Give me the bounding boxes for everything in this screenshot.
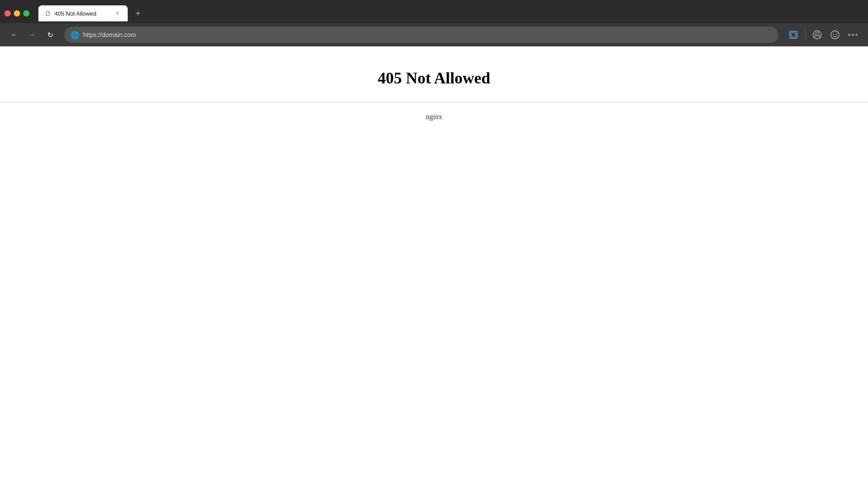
error-divider (0, 102, 868, 102)
emoji-button[interactable] (827, 27, 843, 43)
svg-point-8 (852, 34, 854, 36)
svg-point-4 (831, 31, 839, 39)
shield-button[interactable] (785, 27, 801, 43)
more-icon (848, 33, 858, 36)
nav-divider (805, 29, 805, 40)
error-title: 405 Not Allowed (378, 69, 490, 87)
globe-icon: 🌐 (71, 31, 79, 39)
tab-bar: 🗋 405 Not Allowed × + (0, 0, 868, 23)
tab-close-button[interactable]: × (113, 9, 121, 17)
close-window-button[interactable] (4, 10, 11, 17)
maximize-window-button[interactable] (23, 10, 29, 17)
browser-chrome: 🗋 405 Not Allowed × + ← → ↻ 🌐 https://do… (0, 0, 868, 46)
minimize-window-button[interactable] (14, 10, 20, 17)
svg-point-5 (833, 34, 834, 35)
more-button[interactable] (845, 27, 861, 43)
new-tab-button[interactable]: + (131, 7, 145, 20)
svg-point-7 (848, 34, 850, 36)
server-name: nginx (426, 113, 442, 121)
reload-button[interactable]: ↻ (43, 28, 57, 42)
traffic-lights (4, 10, 29, 17)
tab-page-icon: 🗋 (45, 10, 51, 17)
browser-tab[interactable]: 🗋 405 Not Allowed × (38, 5, 128, 21)
page-content: 405 Not Allowed nginx (0, 46, 868, 497)
account-icon (812, 30, 822, 40)
account-button[interactable] (809, 27, 825, 43)
svg-point-6 (836, 34, 837, 35)
emoji-icon (830, 30, 840, 40)
forward-button[interactable]: → (25, 28, 39, 42)
url-display: https://domain.com (83, 31, 136, 38)
svg-rect-1 (791, 33, 796, 37)
back-button[interactable]: ← (7, 28, 21, 42)
nav-actions (785, 27, 861, 43)
address-bar[interactable]: 🌐 https://domain.com (64, 27, 778, 43)
shield-icon (789, 30, 798, 40)
svg-point-9 (855, 34, 857, 36)
tab-title: 405 Not Allowed (54, 10, 110, 17)
nav-bar: ← → ↻ 🌐 https://domain.com (0, 23, 868, 46)
